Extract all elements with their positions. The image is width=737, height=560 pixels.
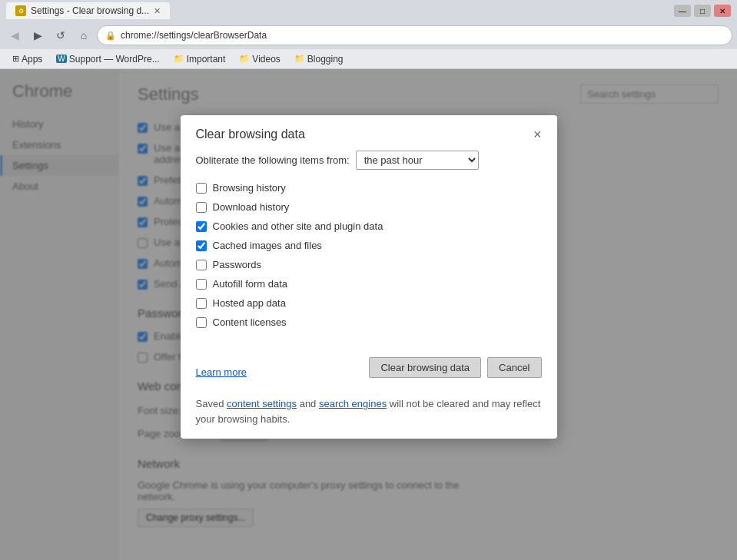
saved-note: Saved content settings and search engine…	[196, 396, 542, 426]
reload-btn[interactable]: ↺	[51, 25, 71, 45]
bookmark-videos[interactable]: 📁 Videos	[233, 52, 286, 66]
dialog-close-btn[interactable]: ×	[533, 128, 542, 141]
window-controls: — □ ✕	[674, 5, 731, 17]
hosted-app-label: Hosted app data	[213, 297, 286, 309]
maximize-btn[interactable]: □	[694, 5, 711, 17]
content-settings-link[interactable]: content settings	[227, 398, 297, 409]
bookmark-apps[interactable]: ⊞ Apps	[6, 52, 48, 66]
tab-close-btn[interactable]: ✕	[154, 6, 161, 16]
bookmark-important[interactable]: 📁 Important	[168, 52, 232, 66]
obliterate-select[interactable]: the past hour the past day the past week…	[356, 151, 479, 170]
cancel-btn[interactable]: Cancel	[487, 357, 541, 378]
bookmark-wordpress[interactable]: W Support — WordPre...	[50, 52, 165, 66]
download-history-label: Download history	[213, 201, 290, 213]
active-tab[interactable]: ⚙ Settings - Clear browsing d... ✕	[6, 2, 170, 19]
dialog-actions: Clear browsing data Cancel	[369, 357, 541, 378]
nav-bar: ◀ ▶ ↺ ⌂ 🔒 chrome://settings/clearBrowser…	[0, 22, 737, 49]
folder-important-icon: 📁	[174, 54, 184, 64]
cookies-checkbox[interactable]	[196, 221, 207, 232]
bookmark-blogging-label: Blogging	[307, 54, 344, 65]
cb-content-licenses: Content licenses	[196, 316, 542, 328]
content-licenses-checkbox[interactable]	[196, 317, 207, 328]
cached-images-label: Cached images and files	[213, 240, 322, 251]
autofill-checkbox[interactable]	[196, 279, 207, 290]
dialog-body: Obliterate the following items from: the…	[181, 151, 557, 348]
apps-icon: ⊞	[12, 54, 19, 64]
download-history-checkbox[interactable]	[196, 202, 207, 213]
browsing-history-label: Browsing history	[213, 182, 286, 194]
learn-more-link[interactable]: Learn more	[196, 366, 247, 378]
cb-passwords: Passwords	[196, 259, 542, 270]
search-engines-link[interactable]: search engines	[319, 398, 387, 409]
address-text: chrome://settings/clearBrowserData	[121, 30, 267, 41]
cookies-label: Cookies and other site and plugin data	[213, 220, 383, 232]
passwords-checkbox[interactable]	[196, 260, 207, 270]
tab-favicon: ⚙	[15, 5, 26, 16]
autofill-label: Autofill form data	[213, 278, 288, 290]
bookmarks-bar: ⊞ Apps W Support — WordPre... 📁 Importan…	[0, 49, 737, 69]
saved-note-text-1: Saved	[196, 398, 227, 409]
dialog-title: Clear browsing data	[196, 128, 305, 141]
saved-note-text-2: and	[297, 398, 319, 409]
cb-cookies: Cookies and other site and plugin data	[196, 220, 542, 232]
minimize-btn[interactable]: —	[674, 5, 691, 17]
tab-title: Settings - Clear browsing d...	[31, 5, 149, 16]
obliterate-label: Obliterate the following items from:	[196, 154, 350, 166]
clear-browsing-data-btn[interactable]: Clear browsing data	[369, 357, 481, 378]
cb-browsing-history: Browsing history	[196, 182, 542, 194]
bookmark-important-label: Important	[187, 54, 226, 65]
browser-window: ⚙ Settings - Clear browsing d... ✕ — □ ✕…	[0, 0, 737, 560]
svg-text:⚙: ⚙	[18, 8, 24, 15]
clear-browsing-dialog: Clear browsing data × Obliterate the fol…	[181, 115, 557, 439]
close-btn[interactable]: ✕	[714, 5, 731, 17]
cb-autofill: Autofill form data	[196, 278, 542, 290]
dialog-footer: Learn more Clear browsing data Cancel Sa…	[181, 348, 557, 439]
back-btn[interactable]: ◀	[5, 25, 25, 45]
folder-blogging-icon: 📁	[294, 54, 305, 64]
modal-overlay: Clear browsing data × Obliterate the fol…	[0, 69, 737, 560]
content-licenses-label: Content licenses	[213, 316, 287, 328]
home-btn[interactable]: ⌂	[74, 25, 94, 45]
bookmark-blogging[interactable]: 📁 Blogging	[288, 52, 350, 66]
cb-cached: Cached images and files	[196, 240, 542, 251]
cached-images-checkbox[interactable]	[196, 240, 207, 251]
title-bar: ⚙ Settings - Clear browsing d... ✕ — □ ✕	[0, 0, 737, 22]
bookmark-wordpress-label: Support — WordPre...	[69, 54, 160, 65]
page-area: Chrome History Extensions Settings About…	[0, 69, 737, 560]
cb-download-history: Download history	[196, 201, 542, 213]
dialog-header: Clear browsing data ×	[181, 115, 557, 151]
address-bar[interactable]: 🔒 chrome://settings/clearBrowserData	[97, 25, 732, 45]
forward-btn[interactable]: ▶	[28, 25, 48, 45]
browsing-history-checkbox[interactable]	[196, 183, 207, 194]
passwords-label: Passwords	[213, 259, 262, 270]
folder-videos-icon: 📁	[239, 54, 250, 64]
hosted-app-checkbox[interactable]	[196, 298, 207, 309]
cb-hosted-app: Hosted app data	[196, 297, 542, 309]
wordpress-icon: W	[56, 55, 66, 63]
obliterate-row: Obliterate the following items from: the…	[196, 151, 542, 170]
bookmark-videos-label: Videos	[252, 54, 280, 65]
bookmark-apps-label: Apps	[22, 54, 42, 65]
address-icon: 🔒	[105, 31, 116, 41]
